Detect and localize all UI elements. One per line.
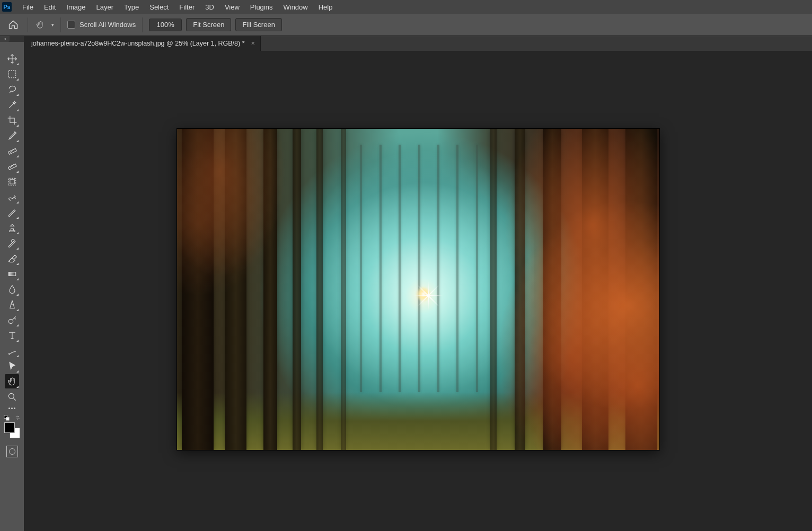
- app-logo: Ps: [2, 2, 12, 12]
- hand-tool[interactable]: [5, 374, 19, 388]
- menu-image[interactable]: Image: [61, 0, 91, 14]
- lasso-tool[interactable]: [5, 82, 19, 96]
- clone-stamp-tool[interactable]: [5, 220, 19, 235]
- separator: [28, 17, 28, 32]
- foreground-color-swatch[interactable]: [4, 422, 15, 433]
- document-tabstrip: johannes-plenio-a72o8w9HC2w-unsplash.jpg…: [24, 36, 812, 51]
- brush2-tool[interactable]: [5, 343, 19, 358]
- blur-tool[interactable]: [5, 282, 19, 296]
- scroll-all-checkbox[interactable]: [67, 21, 75, 29]
- circle-icon: [9, 448, 15, 455]
- fit-screen-button[interactable]: Fit Screen: [186, 18, 231, 31]
- separator: [142, 17, 143, 32]
- menu-3d[interactable]: 3D: [200, 0, 219, 14]
- menu-window[interactable]: Window: [278, 0, 313, 14]
- svg-point-7: [8, 393, 14, 399]
- menubar: Ps File Edit Image Layer Type Select Fil…: [0, 0, 812, 14]
- close-icon[interactable]: ×: [251, 39, 255, 47]
- history-brush-tool[interactable]: [5, 236, 19, 250]
- magic-wand-tool[interactable]: [5, 98, 19, 112]
- svg-rect-2: [8, 164, 16, 170]
- edit-toolbar-button[interactable]: [7, 408, 17, 410]
- image-foliage-left: [177, 129, 322, 338]
- default-colors-icon[interactable]: [4, 415, 10, 421]
- chevron-right-icon: ››: [4, 37, 5, 41]
- menu-plugins[interactable]: Plugins: [245, 0, 278, 14]
- svg-point-6: [8, 319, 13, 323]
- menu-filter[interactable]: Filter: [174, 0, 200, 14]
- fill-screen-button[interactable]: Fill Screen: [235, 18, 281, 31]
- svg-rect-5: [8, 272, 15, 276]
- crop-tool[interactable]: [5, 113, 19, 127]
- menu-view[interactable]: View: [219, 0, 245, 14]
- path-select-tool[interactable]: [5, 359, 19, 373]
- menu-file[interactable]: File: [17, 0, 39, 14]
- swatch-controls: [4, 415, 21, 421]
- ruler-tool-alt[interactable]: [5, 159, 19, 173]
- menu-type[interactable]: Type: [119, 0, 144, 14]
- dodge-tool[interactable]: [5, 297, 19, 312]
- ruler-tool[interactable]: [5, 144, 19, 158]
- expand-panels-handle[interactable]: ››: [0, 36, 10, 42]
- chevron-down-icon[interactable]: ▾: [51, 22, 54, 28]
- content-aware-move-tool[interactable]: [5, 190, 19, 204]
- svg-rect-0: [8, 70, 15, 77]
- rect-marquee-tool[interactable]: [5, 67, 19, 81]
- document-tab[interactable]: johannes-plenio-a72o8w9HC2w-unsplash.jpg…: [24, 36, 261, 51]
- menu-select[interactable]: Select: [144, 0, 174, 14]
- document-tab-title: johannes-plenio-a72o8w9HC2w-unsplash.jpg…: [31, 40, 245, 47]
- scroll-all-label: Scroll All Windows: [80, 21, 136, 29]
- tool-palette: [0, 42, 24, 531]
- options-bar: ▾ Scroll All Windows 100% Fit Screen Fil…: [0, 14, 812, 36]
- svg-rect-9: [6, 418, 8, 421]
- canvas-area[interactable]: [24, 51, 812, 531]
- home-button[interactable]: [5, 17, 21, 33]
- swap-colors-icon[interactable]: [15, 415, 21, 421]
- menu-edit[interactable]: Edit: [39, 0, 61, 14]
- home-icon: [8, 20, 19, 30]
- type-tool[interactable]: [5, 328, 19, 342]
- eraser-tool[interactable]: [5, 251, 19, 266]
- svg-rect-1: [8, 148, 16, 154]
- image-foliage-right: [437, 129, 659, 450]
- color-swatch[interactable]: [4, 422, 20, 438]
- pen-tool[interactable]: [5, 313, 19, 327]
- gradient-tool[interactable]: [5, 267, 19, 281]
- move-tool[interactable]: [5, 51, 19, 66]
- menu-layer[interactable]: Layer: [91, 0, 119, 14]
- brush-tool[interactable]: [5, 205, 19, 219]
- hand-tool-indicator[interactable]: [34, 19, 46, 31]
- hand-icon: [36, 20, 45, 30]
- menu-help[interactable]: Help: [313, 0, 338, 14]
- frame-tool[interactable]: [5, 174, 19, 189]
- zoom-tool[interactable]: [5, 390, 19, 404]
- svg-rect-4: [10, 179, 14, 183]
- eyedropper-tool[interactable]: [5, 128, 19, 143]
- separator: [60, 17, 61, 32]
- quick-mask-toggle[interactable]: [6, 446, 18, 457]
- zoom-field[interactable]: 100%: [149, 19, 182, 31]
- document-canvas[interactable]: [177, 129, 659, 450]
